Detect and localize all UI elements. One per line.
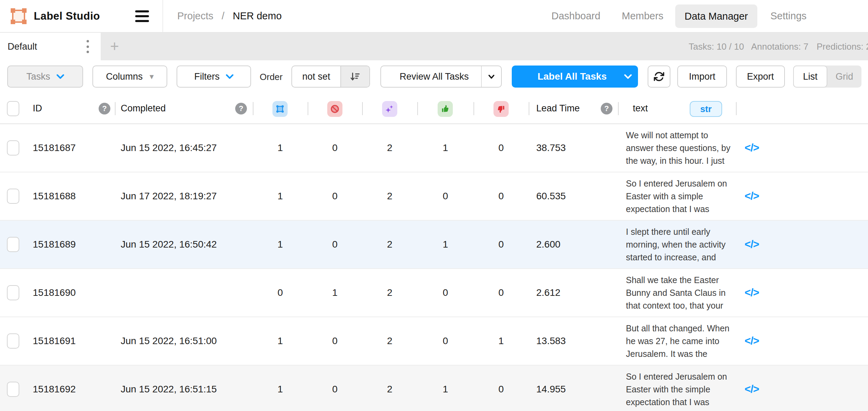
column-resize-handle[interactable] (253, 102, 253, 115)
row-checkbox[interactable] (7, 333, 19, 349)
column-resize-handle[interactable] (115, 102, 116, 115)
cancelled-value: 0 (308, 365, 362, 411)
column-resize-handle[interactable] (736, 102, 737, 115)
lead-time-value: 60.535 (536, 172, 566, 220)
annotations-value: 1 (253, 172, 308, 220)
export-button[interactable]: Export (736, 66, 785, 88)
table-row[interactable]: 15181688 Jun 17 2022, 18:19:27 1 0 2 0 0… (0, 172, 868, 221)
order-value[interactable]: not set (292, 66, 340, 87)
table-row-selected[interactable]: 15181689 Jun 15 2022, 16:50:42 1 0 2 1 0… (0, 221, 868, 269)
label-all-tasks-button[interactable]: Label All Tasks (512, 66, 638, 88)
table-row[interactable]: 15181691 Jun 15 2022, 16:51:00 1 0 2 0 1… (0, 317, 868, 365)
table-row[interactable]: 15181687 Jun 15 2022, 16:45:27 1 0 2 1 0… (0, 124, 868, 172)
header-divider (162, 0, 163, 32)
view-grid-button[interactable]: Grid (827, 66, 861, 88)
predictions-value: 2 (362, 269, 417, 317)
completed-at: Jun 17 2022, 18:19:27 (121, 172, 217, 220)
label-dropdown-toggle[interactable] (624, 66, 632, 88)
accepted-value: 0 (417, 172, 473, 220)
tasks-count: Tasks: 10 / 10 (689, 33, 744, 60)
view-source-icon[interactable]: </> (736, 124, 767, 172)
nav-data-manager-active[interactable]: Data Manager (675, 4, 757, 28)
review-all-tasks-button[interactable]: Review All Tasks (380, 66, 502, 88)
refresh-button[interactable] (648, 66, 670, 88)
chevron-down-icon (488, 74, 495, 79)
column-header-completed[interactable]: Completed (121, 93, 166, 123)
lead-time-help-icon[interactable]: ? (601, 103, 612, 114)
breadcrumb: Projects / NER demo (177, 0, 282, 32)
row-checkbox[interactable] (7, 237, 19, 252)
review-dropdown-toggle[interactable] (481, 66, 501, 87)
sort-direction-button[interactable] (340, 66, 369, 87)
column-header-text[interactable]: text (633, 93, 648, 123)
hamburger-menu-icon[interactable] (135, 10, 149, 22)
column-resize-handle[interactable] (362, 102, 363, 115)
table-row[interactable]: 15181690 0 1 2 0 0 2.612 Shall we take t… (0, 269, 868, 317)
predictions-value: 2 (362, 365, 417, 411)
lead-time-value: 13.583 (536, 317, 566, 365)
chevron-down-icon (226, 74, 233, 79)
nav-members[interactable]: Members (622, 0, 664, 32)
completed-help-icon[interactable]: ? (235, 103, 247, 114)
view-list-button[interactable]: List (793, 66, 827, 88)
view-source-icon[interactable]: </> (736, 365, 767, 411)
chevron-down-icon (624, 74, 632, 79)
annotations-icon (276, 104, 285, 113)
view-source-icon[interactable]: </> (736, 221, 767, 268)
brand-title: Label Studio (34, 0, 100, 32)
accepted-value: 1 (417, 365, 473, 411)
id-help-icon[interactable]: ? (99, 103, 110, 114)
annotations-value: 0 (253, 269, 308, 317)
rejected-value: 0 (473, 172, 529, 220)
accepted-value: 0 (417, 269, 473, 317)
table-row[interactable]: 15181692 Jun 15 2022, 16:51:15 1 0 2 1 0… (0, 365, 868, 411)
select-all-checkbox[interactable] (7, 101, 19, 116)
row-checkbox[interactable] (7, 285, 19, 300)
accepted-value: 1 (417, 221, 473, 268)
data-manager-page: Label Studio Projects / NER demo Dashboa… (0, 0, 868, 411)
view-tabs-bar: Default + Tasks: 10 / 10 Annotations: 7 … (0, 33, 868, 60)
column-resize-handle[interactable] (417, 102, 418, 115)
tab-default[interactable]: Default (0, 33, 101, 60)
tasks-dropdown-button[interactable]: Tasks (7, 66, 83, 88)
view-source-icon[interactable]: </> (736, 317, 767, 365)
view-source-icon[interactable]: </> (736, 172, 767, 220)
columns-dropdown-button[interactable]: Columns ▾ (92, 66, 167, 88)
order-label: Order (260, 60, 282, 93)
column-resize-handle[interactable] (529, 102, 529, 115)
predictions-count: Predictions: 20 (817, 33, 868, 60)
column-header-lead-time[interactable]: Lead Time (536, 93, 580, 123)
predictions-sparkles-icon (385, 104, 394, 113)
data-manager-toolbar: Tasks Columns ▾ Filters Order not set Re… (0, 60, 868, 93)
column-header-rejected[interactable] (493, 101, 509, 117)
rejected-value: 0 (473, 124, 529, 172)
text-preview: So I entered Jerusalem on Easter with th… (626, 365, 731, 411)
nav-dashboard[interactable]: Dashboard (551, 0, 600, 32)
breadcrumb-current: NER demo (233, 10, 282, 21)
order-control[interactable]: not set (291, 66, 370, 88)
row-checkbox[interactable] (7, 382, 19, 397)
row-checkbox[interactable] (7, 189, 19, 204)
column-header-cancelled-annotations[interactable] (327, 101, 342, 117)
row-checkbox[interactable] (7, 140, 19, 156)
breadcrumb-projects-link[interactable]: Projects (177, 10, 213, 21)
task-table-body: 15181687 Jun 15 2022, 16:45:27 1 0 2 1 0… (0, 124, 868, 411)
column-header-predictions[interactable] (382, 101, 397, 117)
column-header-id[interactable]: ID (33, 93, 42, 123)
column-resize-handle[interactable] (473, 102, 474, 115)
column-resize-handle[interactable] (308, 102, 308, 115)
predictions-value: 2 (362, 317, 417, 365)
caret-down-icon: ▾ (150, 72, 154, 81)
column-header-accepted[interactable] (438, 101, 453, 117)
annotations-count: Annotations: 7 (751, 33, 808, 60)
filters-dropdown-button[interactable]: Filters (177, 66, 251, 88)
add-tab-button[interactable]: + (103, 33, 126, 60)
view-source-icon[interactable]: </> (736, 269, 767, 317)
import-button[interactable]: Import (677, 66, 727, 88)
predictions-value: 2 (362, 221, 417, 268)
tab-options-kebab-icon[interactable] (84, 40, 91, 53)
column-header-annotations[interactable] (272, 101, 288, 117)
nav-settings[interactable]: Settings (770, 0, 807, 32)
annotations-value: 1 (253, 365, 308, 411)
column-resize-handle[interactable] (618, 102, 619, 115)
